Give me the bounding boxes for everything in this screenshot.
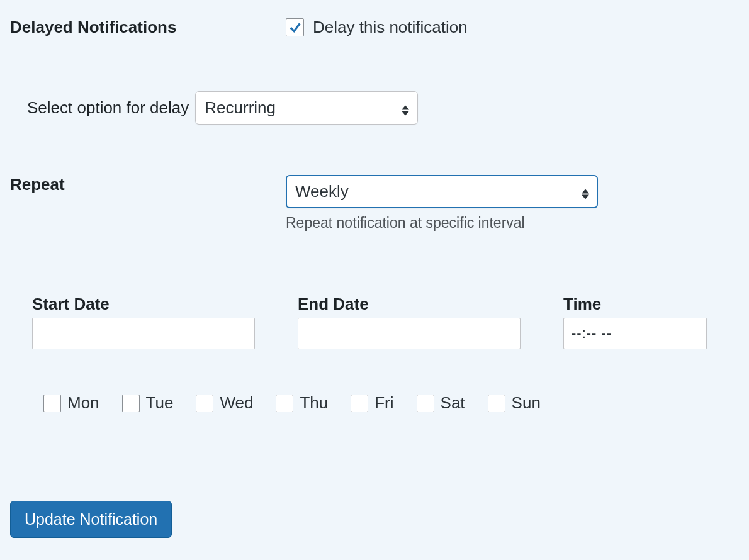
repeat-dropdown[interactable]: Weekly (286, 175, 598, 208)
day-label-sat: Sat (441, 393, 465, 413)
day-label-fri: Fri (374, 393, 393, 413)
time-col: Time (563, 294, 707, 349)
day-label-sun: Sun (512, 393, 541, 413)
day-label-thu: Thu (300, 393, 328, 413)
day-item-thu: Thu (276, 393, 328, 413)
delay-checkbox-wrap: Delay this notification (286, 18, 468, 37)
delay-checkbox-label: Delay this notification (313, 18, 468, 37)
day-item-sun: Sun (488, 393, 541, 413)
delayed-notifications-title: Delayed Notifications (10, 18, 286, 37)
day-checkbox-wed[interactable] (196, 395, 213, 412)
start-date-col: Start Date (32, 294, 255, 349)
repeat-select-wrap: Weekly (286, 175, 598, 208)
day-checkbox-fri[interactable] (351, 395, 368, 412)
day-label-mon: Mon (67, 393, 99, 413)
days-row: MonTueWedThuFriSatSun (27, 393, 739, 443)
day-label-wed: Wed (220, 393, 253, 413)
delay-this-notification-checkbox[interactable] (286, 18, 304, 36)
repeat-select-col: Weekly Repeat notification at specific i… (286, 175, 598, 232)
day-checkbox-thu[interactable] (276, 395, 293, 412)
end-date-col: End Date (298, 294, 521, 349)
start-date-label: Start Date (32, 294, 255, 314)
select-delay-row: Select option for delay Recurring (27, 80, 739, 136)
start-date-input[interactable] (32, 318, 255, 349)
day-item-sat: Sat (417, 393, 465, 413)
day-checkbox-sun[interactable] (488, 395, 505, 412)
delayed-notifications-row: Delayed Notifications Delay this notific… (10, 18, 739, 37)
day-checkbox-mon[interactable] (43, 395, 61, 412)
select-delay-section: Select option for delay Recurring (23, 69, 739, 147)
check-icon (288, 21, 302, 35)
select-delay-wrap: Recurring (195, 91, 418, 125)
repeat-helper-text: Repeat notification at specific interval (286, 215, 598, 232)
repeat-row: Repeat Weekly Repeat notification at spe… (10, 175, 739, 232)
schedule-section: Start Date End Date Time MonTueWedThuFri… (23, 269, 739, 443)
select-delay-label: Select option for delay (27, 98, 189, 118)
repeat-title: Repeat (10, 175, 286, 194)
day-item-wed: Wed (196, 393, 253, 413)
time-label: Time (563, 294, 707, 314)
day-label-tue: Tue (146, 393, 174, 413)
end-date-label: End Date (298, 294, 521, 314)
select-delay-dropdown[interactable]: Recurring (195, 91, 418, 125)
day-item-mon: Mon (43, 393, 99, 413)
day-item-tue: Tue (122, 393, 174, 413)
day-checkbox-tue[interactable] (122, 395, 140, 412)
time-input[interactable] (563, 318, 707, 349)
update-notification-button[interactable]: Update Notification (10, 501, 172, 538)
day-checkbox-sat[interactable] (417, 395, 434, 412)
day-item-fri: Fri (351, 393, 393, 413)
end-date-input[interactable] (298, 318, 521, 349)
date-time-row: Start Date End Date Time (27, 294, 739, 349)
